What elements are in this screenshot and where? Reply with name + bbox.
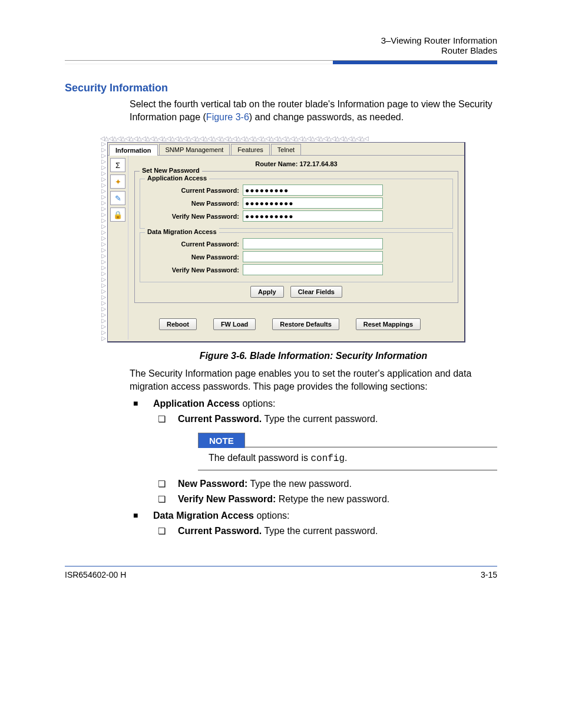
tab-telnet[interactable]: Telnet xyxy=(271,144,301,155)
apply-button[interactable]: Apply xyxy=(250,286,284,298)
dm-current-password-input[interactable] xyxy=(243,238,383,249)
header-chapter: 3–Viewing Router Information xyxy=(65,35,497,45)
screenshot-side-tabs: Σ ✦ ✎ 🔒 xyxy=(108,156,128,340)
set-new-password-group: Set New Password Application Access Curr… xyxy=(134,171,458,303)
note-box: NOTE The default password is config. xyxy=(198,433,497,470)
footer-doc-id: ISR654602-00 H xyxy=(65,570,126,579)
intro-paragraph: Select the fourth vertical tab on the ro… xyxy=(130,98,497,123)
sub-app-current-password: Current Password. Type the current passw… xyxy=(153,414,497,470)
header-rule xyxy=(65,60,497,64)
data-migration-access-group: Data Migration Access Current Password: … xyxy=(140,232,453,282)
note-code: config xyxy=(310,453,345,464)
tab-snmp-management[interactable]: SNMP Management xyxy=(159,144,230,155)
reboot-button[interactable]: Reboot xyxy=(159,318,197,330)
app-verify-password-label: Verify New Password: xyxy=(145,213,243,220)
app-verify-password-input[interactable] xyxy=(243,210,383,222)
dm-verify-password-input[interactable] xyxy=(243,264,383,275)
app-new-password-input[interactable] xyxy=(243,197,383,209)
fw-load-button[interactable]: FW Load xyxy=(213,318,256,330)
bullet-data-migration-access: Data Migration Access options: Current P… xyxy=(130,510,497,536)
router-name-value: 172.17.64.83 xyxy=(299,160,337,167)
footer-page-number: 3-15 xyxy=(481,570,497,579)
figure-link[interactable]: Figure 3-6 xyxy=(206,112,249,122)
crop-hatch-left: ◁◁◁◁◁◁◁◁◁◁◁◁◁◁◁◁◁◁◁◁◁◁◁◁◁◁◁◁◁◁◁◁◁◁ xyxy=(100,142,107,342)
side-tab-lock-icon[interactable]: 🔒 xyxy=(110,207,125,222)
dm-current-password-label: Current Password: xyxy=(145,241,243,248)
screenshot-tabs: Information SNMP Management Features Tel… xyxy=(108,143,464,156)
page-header: 3–Viewing Router Information Router Blad… xyxy=(65,35,497,55)
app-current-password-label: Current Password: xyxy=(145,187,243,194)
side-tab-ports-icon[interactable]: ✦ xyxy=(110,174,125,189)
bullet-application-access: Application Access options: Current Pass… xyxy=(130,398,497,505)
app-current-password-input[interactable] xyxy=(243,185,383,196)
dm-new-password-label: New Password: xyxy=(145,253,243,261)
sub-dm-current-password: Current Password. Type the current passw… xyxy=(153,526,497,536)
restore-defaults-button[interactable]: Restore Defaults xyxy=(272,318,339,330)
tab-information[interactable]: Information xyxy=(109,144,158,156)
application-access-group: Application Access Current Password: New… xyxy=(140,179,453,229)
sub-app-verify-password: Verify New Password: Retype the new pass… xyxy=(153,494,497,505)
sub-app-new-password: New Password: Type the new password. xyxy=(153,479,497,489)
clear-fields-button[interactable]: Clear Fields xyxy=(290,286,342,298)
note-label: NOTE xyxy=(198,433,245,448)
screenshot-figure: ◁△◁△◁△◁△◁△◁△◁△◁△◁△◁△◁△◁△◁△◁△◁△◁△◁△◁△◁△◁△… xyxy=(100,136,465,342)
dm-new-password-input[interactable] xyxy=(243,251,383,262)
header-section: Router Blades xyxy=(65,45,497,55)
tab-features[interactable]: Features xyxy=(231,144,269,155)
section-title: Security Information xyxy=(65,82,497,94)
crop-hatch-top: ◁△◁△◁△◁△◁△◁△◁△◁△◁△◁△◁△◁△◁△◁△◁△◁△◁△◁△◁△◁△… xyxy=(100,136,465,142)
reset-mappings-button[interactable]: Reset Mappings xyxy=(356,318,421,330)
side-tab-edit-icon[interactable]: ✎ xyxy=(110,191,125,205)
page-footer: ISR654602-00 H 3-15 xyxy=(65,566,497,579)
figure-caption: Figure 3-6. Blade Information: Security … xyxy=(130,351,497,361)
dm-verify-password-label: Verify New Password: xyxy=(145,266,243,274)
security-description: The Security Information page enables yo… xyxy=(130,367,497,393)
side-tab-sigma-icon[interactable]: Σ xyxy=(110,158,125,172)
app-new-password-label: New Password: xyxy=(145,200,243,207)
